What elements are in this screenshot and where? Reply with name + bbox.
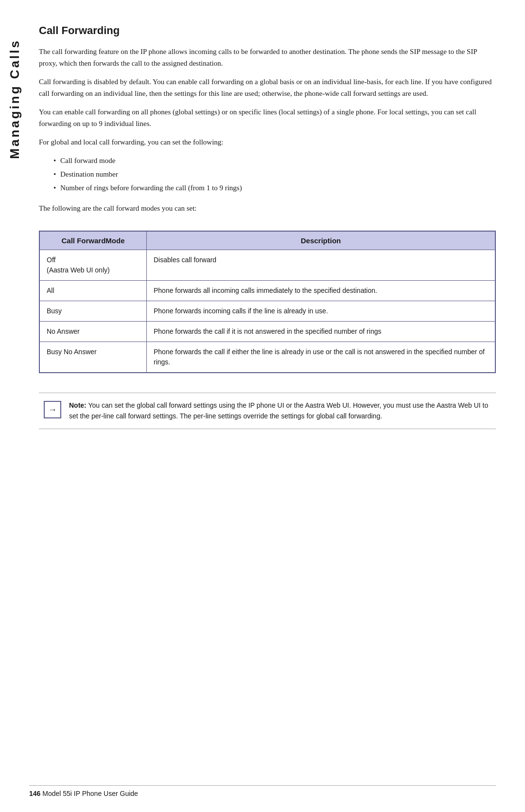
note-content: You can set the global call forward sett… [69,401,488,420]
table-cell-mode-4: Busy No Answer [40,342,147,373]
table-row: BusyPhone forwards incoming calls if the… [40,301,495,322]
main-content: Call Forwarding The call forwarding feat… [29,0,525,812]
table-row: AllPhone forwards all incoming calls imm… [40,281,495,301]
table-cell-description-3: Phone forwards the call if it is not ans… [147,322,495,342]
bullet-item-1: Call forward mode [53,155,496,166]
table-cell-mode-3: No Answer [40,322,147,342]
table-header-mode: Call ForwardMode [40,232,147,250]
table-cell-description-1: Phone forwards all incoming calls immedi… [147,281,495,301]
page-title: Call Forwarding [39,24,496,37]
table-cell-mode-2: Busy [40,301,147,322]
call-forward-table: Call ForwardMode Description Off(Aastra … [39,231,496,373]
table-cell-mode-0: Off(Aastra Web UI only) [40,250,147,281]
footer-book-title: Model 55i IP Phone User Guide [42,790,138,797]
table-row: Off(Aastra Web UI only)Disables call for… [40,250,495,281]
bullet-item-2: Destination number [53,168,496,180]
paragraph-1: The call forwarding feature on the IP ph… [39,46,496,69]
note-box: → Note: You can set the global call forw… [39,393,496,429]
table-row: Busy No AnswerPhone forwards the call if… [40,342,495,373]
bullet-list: Call forward mode Destination number Num… [53,155,496,196]
note-text: Note: You can set the global call forwar… [69,400,491,422]
table-cell-description-0: Disables call forward [147,250,495,281]
page-footer: 146 Model 55i IP Phone User Guide [29,785,496,797]
paragraph-4: For global and local call forwarding, yo… [39,136,496,148]
arrow-icon: → [44,401,61,418]
bullet-item-3: Number of rings before forwarding the ca… [53,182,496,194]
table-intro: The following are the call forward modes… [39,202,496,214]
sidebar: Managing Calls [0,0,29,812]
table-cell-description-4: Phone forwards the call if either the li… [147,342,495,373]
table-cell-mode-1: All [40,281,147,301]
page-number: 146 [29,790,40,797]
table-cell-description-2: Phone forwards incoming calls if the lin… [147,301,495,322]
footer-text: 146 Model 55i IP Phone User Guide [29,790,138,797]
sidebar-label: Managing Calls [7,39,22,159]
table-row: No AnswerPhone forwards the call if it i… [40,322,495,342]
table-header-description: Description [147,232,495,250]
note-label: Note: [69,401,87,409]
paragraph-2: Call forwarding is disabled by default. … [39,76,496,99]
paragraph-3: You can enable call forwarding on all ph… [39,106,496,129]
